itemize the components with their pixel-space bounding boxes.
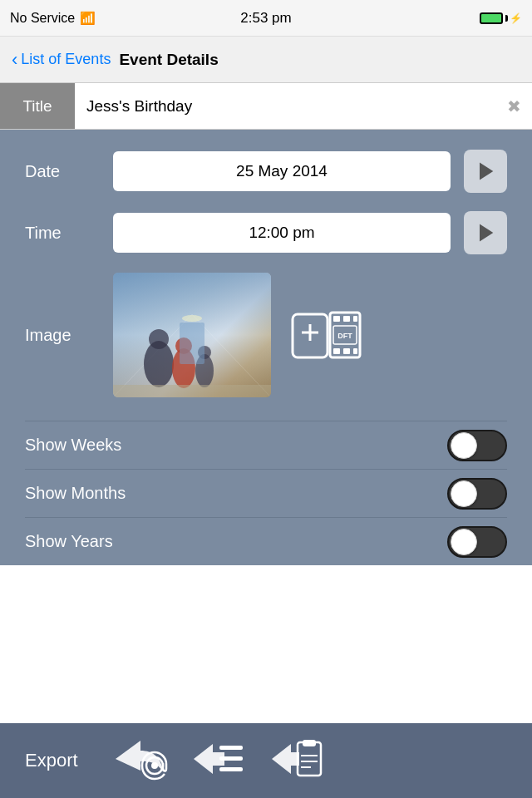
show-months-toggle[interactable] — [447, 478, 507, 510]
page-title: Event Details — [119, 51, 218, 69]
show-years-label: Show Years — [25, 532, 113, 551]
date-row: Date 25 May 2014 — [25, 150, 507, 193]
title-input[interactable] — [75, 83, 495, 129]
list-export-button[interactable] — [190, 734, 248, 787]
time-arrow-button[interactable] — [464, 211, 507, 254]
back-button[interactable]: ‹ List of Events — [12, 49, 111, 71]
time-row: Time 12:00 pm — [25, 211, 507, 254]
svg-rect-22 — [353, 348, 357, 354]
show-years-row: Show Years — [25, 517, 507, 565]
battery-indicator: ⚡ — [480, 12, 522, 24]
svg-text:DFT: DFT — [337, 332, 352, 340]
svg-rect-28 — [219, 756, 243, 761]
play-right-icon — [474, 160, 497, 183]
image-row: Image — [25, 273, 507, 397]
svg-rect-17 — [333, 316, 340, 322]
wifi-icon: 📶 — [80, 11, 96, 26]
image-label: Image — [25, 326, 100, 345]
svg-marker-0 — [480, 163, 493, 180]
main-content: Date 25 May 2014 Time 12:00 pm Image — [0, 130, 532, 565]
svg-marker-1 — [480, 224, 493, 242]
svg-rect-29 — [219, 767, 243, 771]
title-row: Title ✖ — [0, 83, 532, 130]
svg-rect-30 — [298, 742, 321, 776]
export-label: Export — [25, 750, 78, 771]
time-label: Time — [25, 224, 100, 243]
show-months-row: Show Months — [25, 469, 507, 517]
status-bar: No Service 📶 2:53 pm ⚡ — [0, 0, 532, 37]
image-thumbnail[interactable] — [113, 273, 271, 397]
add-photo-icon: DFT — [288, 306, 363, 364]
clipboard-export-button[interactable] — [268, 734, 326, 787]
toggle-thumb — [451, 432, 477, 459]
svg-point-26 — [151, 762, 158, 769]
battery-tip — [505, 15, 508, 22]
title-field-label: Title — [0, 83, 75, 129]
battery-body — [480, 12, 503, 24]
svg-point-5 — [149, 329, 169, 349]
people-silhouette-icon — [113, 314, 271, 397]
svg-rect-10 — [180, 323, 204, 364]
toggle-section: Show Weeks Show Months Show Years — [0, 421, 532, 565]
svg-rect-19 — [353, 316, 357, 322]
clock: 2:53 pm — [240, 10, 291, 27]
show-weeks-label: Show Weeks — [25, 436, 121, 455]
svg-rect-18 — [343, 316, 350, 322]
time-value[interactable]: 12:00 pm — [113, 213, 451, 253]
export-bar: Export — [0, 723, 532, 798]
svg-rect-31 — [303, 740, 316, 746]
svg-rect-27 — [219, 746, 243, 750]
svg-rect-20 — [333, 348, 340, 354]
svg-point-11 — [182, 315, 202, 322]
show-weeks-row: Show Weeks — [25, 421, 507, 469]
export-icons — [111, 734, 326, 787]
svg-rect-21 — [343, 348, 350, 354]
date-value[interactable]: 25 May 2014 — [113, 151, 451, 191]
show-months-label: Show Months — [25, 484, 126, 503]
charging-bolt-icon: ⚡ — [510, 12, 522, 24]
email-export-button[interactable] — [111, 734, 170, 787]
add-image-button[interactable]: DFT — [284, 302, 367, 368]
nav-bar: ‹ List of Events Event Details — [0, 37, 532, 83]
toggle-thumb — [451, 480, 477, 507]
play-right-icon — [474, 221, 497, 244]
show-years-toggle[interactable] — [447, 526, 507, 558]
chevron-left-icon: ‹ — [12, 49, 17, 71]
date-label: Date — [25, 162, 100, 181]
back-label[interactable]: List of Events — [21, 51, 111, 68]
toggle-thumb — [451, 529, 477, 555]
svg-rect-12 — [113, 385, 271, 397]
date-arrow-button[interactable] — [464, 150, 507, 193]
clear-button[interactable]: ✖ — [495, 83, 532, 129]
show-weeks-toggle[interactable] — [447, 430, 507, 461]
carrier-text: No Service — [10, 11, 75, 26]
